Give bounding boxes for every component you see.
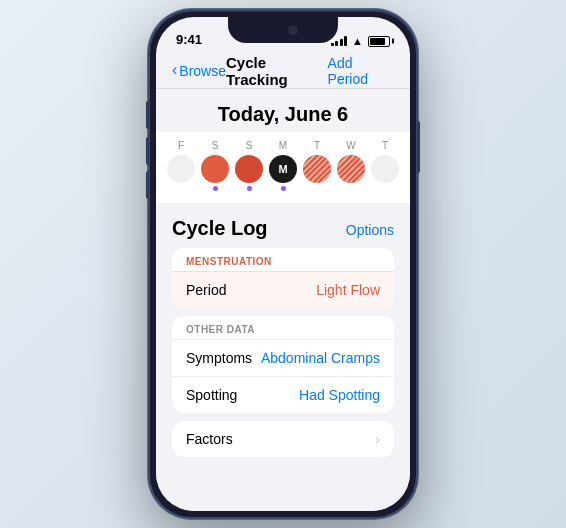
calendar-strip: F S S M T W T (156, 132, 410, 203)
period-row[interactable]: Period Light Flow (172, 271, 394, 308)
menstruation-label: MENSTRUATION (172, 248, 394, 271)
day-circle-sat1 (201, 155, 229, 183)
status-time: 9:41 (176, 32, 202, 49)
symptoms-row[interactable]: Symptoms Abdominal Cramps (172, 339, 394, 376)
camera (288, 25, 298, 35)
day-label-t2: T (370, 140, 400, 151)
status-icons: ▲ (331, 35, 390, 49)
day-circle-fri (167, 155, 195, 183)
day-cell-fri[interactable] (166, 155, 196, 191)
signal-icon (331, 36, 348, 46)
symptoms-label: Symptoms (186, 350, 252, 366)
battery-fill (370, 38, 385, 45)
day-cell-sun[interactable] (234, 155, 264, 191)
day-cell-wed[interactable] (336, 155, 366, 191)
dot-fri (179, 186, 184, 191)
dot-sun (247, 186, 252, 191)
day-cell-mon[interactable]: M (268, 155, 298, 191)
dot-thu (383, 186, 388, 191)
wifi-icon: ▲ (352, 35, 363, 47)
factors-chevron-icon: › (375, 431, 380, 447)
battery-icon (368, 36, 390, 47)
day-circle-wed (337, 155, 365, 183)
day-circle-mon: M (269, 155, 297, 183)
options-button[interactable]: Options (346, 222, 394, 238)
phone-device: 9:41 ▲ ‹ Browse Cycle Tracking Add Perio… (148, 9, 418, 519)
period-label: Period (186, 282, 226, 298)
dot-tue (315, 186, 320, 191)
section-header: Cycle Log Options (172, 217, 394, 240)
day-label-s2: S (234, 140, 264, 151)
day-circles-row: M (156, 155, 410, 191)
day-label-m: M (268, 140, 298, 151)
menstruation-card-group: MENSTRUATION Period Light Flow (172, 248, 394, 308)
nav-bar: ‹ Browse Cycle Tracking Add Period (156, 53, 410, 89)
other-data-card-group: OTHER DATA Symptoms Abdominal Cramps Spo… (172, 316, 394, 413)
back-button[interactable]: ‹ Browse (172, 63, 226, 79)
other-data-label: OTHER DATA (172, 316, 394, 339)
dot-mon (281, 186, 286, 191)
day-labels: F S S M T W T (156, 140, 410, 151)
dot-wed (349, 186, 354, 191)
screen-content: Today, June 6 F S S M T W T (156, 89, 410, 511)
spotting-value: Had Spotting (299, 387, 380, 403)
spotting-label: Spotting (186, 387, 237, 403)
factors-row[interactable]: Factors › (172, 421, 394, 457)
day-cell-thu[interactable] (370, 155, 400, 191)
date-title: Today, June 6 (156, 103, 410, 126)
phone-screen: 9:41 ▲ ‹ Browse Cycle Tracking Add Perio… (156, 17, 410, 511)
cycle-log-title: Cycle Log (172, 217, 268, 240)
factors-label: Factors (186, 431, 233, 447)
day-circle-sun (235, 155, 263, 183)
day-circle-tue (303, 155, 331, 183)
period-value: Light Flow (316, 282, 380, 298)
notch (228, 17, 338, 43)
add-period-button[interactable]: Add Period (328, 55, 394, 87)
day-cell-sat1[interactable] (200, 155, 230, 191)
day-label-f: F (166, 140, 196, 151)
factors-card-group: Factors › (172, 421, 394, 457)
spotting-row[interactable]: Spotting Had Spotting (172, 376, 394, 413)
back-label: Browse (179, 63, 226, 79)
date-header: Today, June 6 (156, 89, 410, 132)
day-label-t1: T (302, 140, 332, 151)
day-label-w: W (336, 140, 366, 151)
cycle-log-section: Cycle Log Options MENSTRUATION Period Li… (156, 203, 410, 457)
symptoms-value: Abdominal Cramps (261, 350, 380, 366)
back-chevron-icon: ‹ (172, 62, 177, 78)
nav-title: Cycle Tracking (226, 54, 328, 88)
day-label-s1: S (200, 140, 230, 151)
day-cell-tue[interactable] (302, 155, 332, 191)
day-circle-thu (371, 155, 399, 183)
dot-sat1 (213, 186, 218, 191)
